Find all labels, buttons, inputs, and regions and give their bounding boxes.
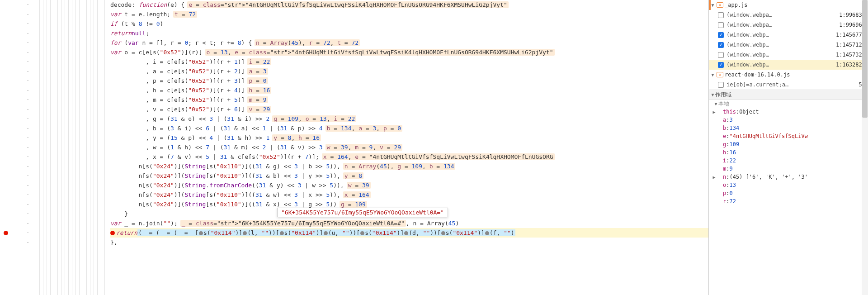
inline-eval: m = 9: [247, 96, 268, 103]
scope-variable[interactable]: p: 0: [709, 189, 868, 197]
breakpoint-item[interactable]: (window.webp…1:1632823: [709, 60, 868, 70]
code-line[interactable]: , y = (15 & p) << 4 | (31 & h) >> 1y = 8…: [110, 133, 708, 143]
scope-local-header[interactable]: ▼ 本地: [709, 100, 868, 108]
inline-eval: n = Array(45), g = 109, b = 134: [343, 163, 456, 170]
scope-variable[interactable]: ▶n: (45) ['6', 'K', '+', '3': [709, 173, 868, 181]
scope-variable[interactable]: ▶this: Object: [709, 108, 868, 116]
var-value: 134: [729, 125, 739, 131]
code-line[interactable]: , p = c[e[s("0x52")](r + 3)]p = 0: [110, 76, 708, 86]
breakpoint-item[interactable]: (window.webpa…1:996834: [709, 10, 868, 20]
code-line[interactable]: n[s("0x24")](String[s("0x110")]((31 & g)…: [110, 162, 708, 171]
inline-eval: x = 164: [343, 191, 371, 198]
code-line[interactable]: , i = c[e[s("0x52")](r + 1)]i = 22: [110, 57, 708, 67]
breakpoint-marker[interactable]: [4, 231, 8, 235]
code-line[interactable]: n[s("0x24")](String.fromCharCode((31 & y…: [110, 181, 708, 190]
breakpoint-label: (window.webp…: [726, 32, 833, 38]
scope-title: 作用域: [715, 91, 731, 99]
var-value: 109: [729, 141, 739, 148]
inline-eval: v = 29: [247, 106, 271, 113]
code-line[interactable]: , v = c[e[s("0x52")](r + 6)]v = 29: [110, 105, 708, 114]
inline-eval: g = 109, o = 13, i = 22: [272, 115, 356, 122]
code-line[interactable]: var t = e.length;t = 72: [110, 10, 708, 19]
code-line[interactable]: , w = (1 & h) << 7 | (31 & m) << 2 | (31…: [110, 143, 708, 152]
code-line[interactable]: for (var n = [], r = 0; r < t; r += 8) {…: [110, 38, 708, 48]
var-name: r: [723, 198, 726, 205]
var-name: this: [723, 109, 736, 115]
breakpoint-label: (window.webp…: [726, 52, 833, 58]
chevron-down-icon[interactable]: ▼: [710, 92, 715, 97]
inline-eval: y = 8, h = 16: [272, 134, 321, 141]
scope-variable[interactable]: r: 72: [709, 197, 868, 205]
inline-eval: t = 72: [173, 11, 197, 18]
breakpoint-item[interactable]: (window.webp…1:1457324: [709, 50, 868, 60]
file-group-header[interactable]: ▼‹›_app.js: [709, 0, 868, 10]
scope-local-title: 本地: [718, 100, 729, 108]
code-line[interactable]: , h = c[e[s("0x52")](r + 4)]h = 16: [110, 86, 708, 95]
code-line[interactable]: return null;: [110, 29, 708, 38]
var-value: "4ntGHUqMtltGiVfsfSqLiVw: [729, 133, 807, 139]
fold-gutter: --------------------------: [16, 0, 108, 295]
breakpoint-label: (window.webp…: [726, 42, 833, 48]
var-value: 9: [729, 166, 732, 172]
code-line[interactable]: , b = (3 & i) << 6 | (31 & a) << 1 | (31…: [110, 124, 708, 133]
chevron-down-icon[interactable]: ▼: [713, 101, 718, 106]
scope-section-header[interactable]: ▼ 作用域: [709, 90, 868, 100]
breakpoint-checkbox[interactable]: [718, 22, 724, 28]
inline-eval: o = 13, e = class="str">"4ntGHUqMtltGiVf…: [205, 49, 555, 56]
expand-icon[interactable]: ▶: [712, 175, 717, 180]
active-file-marker: [709, 0, 711, 10]
file-name: _app.js: [725, 2, 748, 8]
code-line[interactable]: , a = c[e[s("0x52")](r + 2)]a = 3: [110, 67, 708, 76]
code-editor[interactable]: decode: function(e) {e = class="str">"4n…: [108, 0, 708, 295]
scope-variable[interactable]: b: 134: [709, 124, 868, 132]
var-value: 22: [729, 157, 736, 164]
breakpoint-item[interactable]: ie[ob]=a.current;a…58: [709, 80, 868, 90]
inline-eval: b = 134, a = 3, p = 0: [326, 125, 402, 132]
var-name: e: [723, 133, 726, 139]
inline-eval: i = 22: [247, 58, 271, 65]
chevron-icon[interactable]: ▼: [710, 3, 715, 8]
js-file-icon: ‹›: [717, 72, 723, 77]
code-line[interactable]: var o = c[e[s("0x52")](r)]o = 13, e = cl…: [110, 48, 708, 57]
breakpoint-checkbox[interactable]: [718, 42, 724, 48]
code-line[interactable]: var _ = n.join("");_ = class="str">"6K+3…: [110, 219, 708, 228]
breakpoint-label: (window.webpa…: [726, 12, 836, 18]
scrollbar-thumb[interactable]: [862, 0, 868, 118]
code-line[interactable]: },: [110, 238, 708, 247]
chevron-icon[interactable]: ▼: [710, 72, 715, 77]
expand-icon[interactable]: ▶: [712, 109, 717, 114]
breakpoint-checkbox[interactable]: [718, 52, 724, 58]
breakpoint-item[interactable]: (window.webp…1:1456779: [709, 30, 868, 40]
scope-variable[interactable]: a: 3: [709, 116, 868, 124]
breakpoint-checkbox[interactable]: [718, 12, 724, 18]
var-name: g: [723, 141, 726, 148]
code-line[interactable]: , m = c[e[s("0x52")](r + 5)]m = 9: [110, 95, 708, 105]
scope-variable[interactable]: g: 109: [709, 140, 868, 148]
code-line[interactable]: n[s("0x24")](String[s("0x110")]((31 & w)…: [110, 190, 708, 200]
scrollbar[interactable]: [862, 0, 868, 295]
breakpoint-gutter[interactable]: [0, 0, 16, 295]
breakpoint-checkbox[interactable]: [718, 32, 724, 38]
scope-variable[interactable]: e: "4ntGHUqMtltGiVfsfSqLiVw: [709, 132, 868, 140]
code-line[interactable]: , x = (7 & v) << 5 | 31 & c[e[s("0x52")]…: [110, 152, 708, 162]
breakpoint-item[interactable]: (window.webpa…1:996967: [709, 20, 868, 30]
scope-variable[interactable]: o: 13: [709, 181, 868, 189]
scope-variable[interactable]: i: 22: [709, 157, 868, 165]
var-value: 13: [729, 182, 736, 188]
code-line[interactable]: , g = (31 & o) << 3 | (31 & i) >> 2g = 1…: [110, 114, 708, 124]
file-group-header[interactable]: ▼‹›react-dom-16.14.0.js: [709, 70, 868, 80]
inline-eval: x = 164, e = "4ntGHUqMtltGiVfsfSqLiVwLtw…: [322, 153, 555, 160]
var-name: b: [723, 125, 726, 131]
breakpoint-checkbox[interactable]: [718, 82, 724, 88]
scope-variable[interactable]: m: 9: [709, 165, 868, 173]
code-line[interactable]: n[s("0x24")](String[s("0x110")]((31 & b)…: [110, 171, 708, 181]
inline-eval: a = 3: [247, 68, 268, 75]
code-line[interactable]: if (t % 8 != 0): [110, 19, 708, 29]
scope-variable[interactable]: h: 16: [709, 148, 868, 157]
inline-eval: y = 8: [343, 172, 363, 179]
code-line[interactable]: decode: function(e) {e = class="str">"4n…: [110, 0, 708, 10]
breakpoint-item[interactable]: (window.webp…1:1457126: [709, 40, 868, 50]
breakpoint-checkbox[interactable]: [718, 62, 724, 68]
var-value: 3: [729, 117, 732, 123]
code-line[interactable]: return (_ = (_ = (_ = _[s("0x114")](l, "…: [110, 228, 708, 238]
